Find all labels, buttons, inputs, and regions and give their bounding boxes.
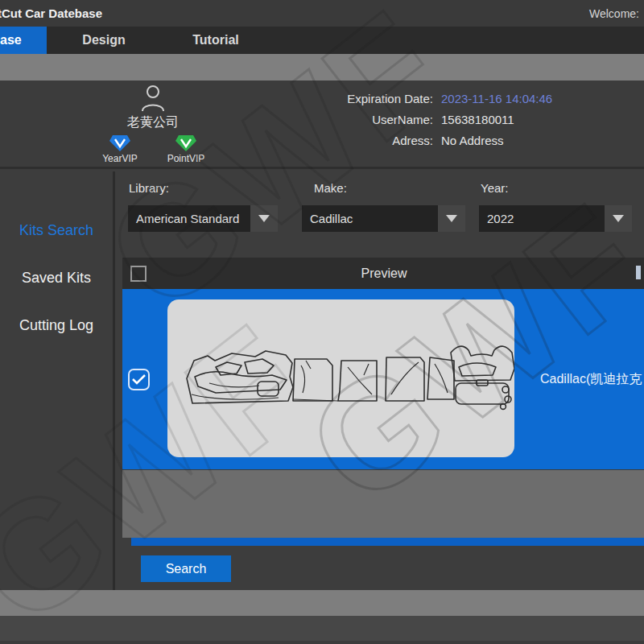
make-dropdown[interactable]: Cadillac	[302, 205, 465, 232]
result-row-cadillac[interactable]: Cadillac(凯迪拉克	[122, 289, 644, 469]
library-selected-value: American Standard	[128, 212, 249, 225]
horizontal-scrollbar-track[interactable]	[122, 538, 644, 546]
year-dropdown[interactable]: 2022	[479, 205, 632, 232]
sidebar: Kits Search Saved Kits Cutting Log	[0, 171, 113, 590]
kit-preview-image	[167, 299, 514, 457]
library-dropdown[interactable]: American Standard	[128, 205, 278, 232]
app-window: tCut Car Datebase Welcome: ase Design Tu…	[0, 0, 644, 644]
tab-bar: ase Design Tutorial	[0, 27, 644, 54]
address-value: No Address	[441, 134, 504, 147]
username-value: 15638180011	[441, 113, 514, 126]
row-checkbox-checked[interactable]	[128, 369, 150, 390]
kit-name: Cadillac(凯迪拉克	[540, 289, 642, 469]
make-dropdown-arrow[interactable]	[438, 205, 465, 232]
yearvip-gem-icon	[109, 134, 131, 152]
separator-band-bottom	[0, 590, 644, 616]
window-title: tCut Car Datebase	[0, 6, 102, 20]
tab-database[interactable]: ase	[0, 27, 47, 54]
address-label: Adress:	[314, 134, 433, 147]
separator-band-top	[0, 54, 644, 80]
preview-column-header: Preview	[267, 266, 501, 281]
library-label: Library:	[129, 181, 169, 195]
pointvip-gem-icon	[175, 134, 197, 152]
yearvip-label: YearVIP	[90, 153, 150, 164]
header-partial-element	[636, 266, 641, 279]
user-icon	[139, 84, 167, 113]
sidebar-item-saved-kits[interactable]: Saved Kits	[0, 270, 113, 287]
title-bar: tCut Car Datebase Welcome:	[0, 0, 644, 27]
pointvip-label: PointVIP	[156, 153, 216, 164]
chevron-down-icon	[613, 215, 624, 222]
library-dropdown-arrow[interactable]	[250, 205, 278, 232]
expiration-label: Expiration Date:	[314, 92, 433, 105]
search-button[interactable]: Search	[141, 555, 231, 582]
car-kit-outlines	[167, 299, 514, 457]
make-selected-value: Cadillac	[302, 212, 436, 225]
account-info: Expiration Date: 2023-11-16 14:04:46 Use…	[314, 92, 636, 155]
welcome-label: Welcome:	[589, 7, 639, 20]
user-identity: 老黄公司 YearVIP PointVIP	[89, 84, 217, 164]
select-all-checkbox[interactable]	[130, 266, 147, 282]
main-area: Kits Search Saved Kits Cutting Log Libra…	[0, 171, 644, 590]
bottom-edge	[0, 641, 644, 644]
results-header: Preview	[122, 258, 644, 289]
username-label: UserName:	[314, 113, 433, 126]
make-label: Make:	[314, 181, 347, 195]
chevron-down-icon	[446, 215, 457, 222]
chevron-down-icon	[258, 215, 270, 222]
year-label: Year:	[481, 181, 508, 195]
expiration-value: 2023-11-16 14:04:46	[441, 92, 552, 105]
expiration-row: Expiration Date: 2023-11-16 14:04:46	[314, 92, 636, 105]
address-row: Adress: No Address	[314, 134, 636, 147]
vip-badges: YearVIP PointVIP	[89, 134, 217, 164]
sidebar-item-cutting-log[interactable]: Cutting Log	[0, 317, 113, 334]
pointvip-badge: PointVIP	[156, 134, 216, 164]
year-selected-value: 2022	[479, 212, 603, 225]
username-row: UserName: 15638180011	[314, 113, 636, 126]
bottom-bar	[0, 616, 644, 641]
user-panel: 老黄公司 YearVIP PointVIP	[0, 80, 644, 169]
yearvip-badge: YearVIP	[90, 134, 150, 164]
checkmark-icon	[132, 374, 146, 385]
results-empty-area	[122, 470, 644, 538]
content-panel: Library: Make: Year: American Standard C…	[115, 171, 644, 590]
company-name: 老黄公司	[89, 114, 217, 131]
tab-design[interactable]: Design	[47, 27, 161, 54]
sidebar-item-kits-search[interactable]: Kits Search	[0, 222, 113, 239]
tab-tutorial[interactable]: Tutorial	[161, 27, 270, 54]
year-dropdown-arrow[interactable]	[605, 205, 632, 232]
horizontal-scrollbar-thumb[interactable]	[131, 538, 644, 546]
